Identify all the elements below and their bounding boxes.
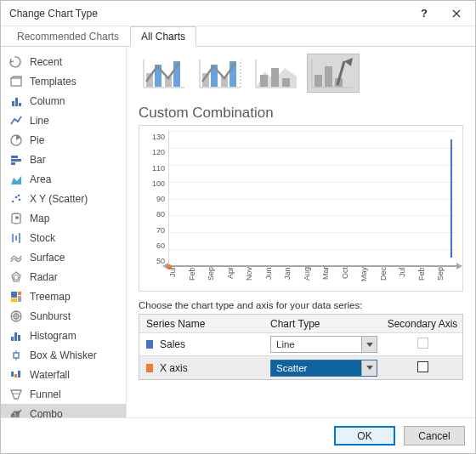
- svg-rect-27: [11, 337, 14, 341]
- cancel-button[interactable]: Cancel: [404, 426, 465, 445]
- subtype-clustered-column-line-secondary[interactable]: [195, 54, 247, 93]
- svg-rect-59: [314, 75, 322, 87]
- chart-type-dropdown[interactable]: Scatter: [270, 360, 377, 377]
- chart-type-cell: Scatter: [265, 360, 382, 377]
- svg-rect-22: [11, 298, 17, 302]
- sidebar-item-label: Line: [30, 115, 49, 127]
- svg-rect-3: [19, 103, 21, 106]
- sidebar-item-sunburst[interactable]: Sunburst: [1, 306, 126, 326]
- svg-marker-36: [11, 390, 21, 399]
- sidebar-item-map[interactable]: Map: [1, 208, 126, 228]
- sidebar-item-radar[interactable]: Radar: [1, 267, 126, 287]
- sidebar-item-label: Map: [30, 213, 49, 224]
- secondary-axis-checkbox[interactable]: [417, 361, 428, 372]
- titlebar: Change Chart Type ?: [1, 1, 475, 26]
- pie-chart-icon: [9, 133, 23, 147]
- content: RecentTemplatesColumnLinePieBarAreaX Y (…: [1, 47, 475, 417]
- xy-chart-icon: [9, 192, 23, 206]
- chart-type-dropdown[interactable]: Line: [270, 336, 377, 353]
- main-panel: Custom Combination 130120110100908070605…: [127, 47, 475, 417]
- subtype-custom-combination[interactable]: [307, 54, 360, 93]
- treemap-chart-icon: [9, 290, 23, 304]
- sidebar-item-label: Surface: [30, 252, 65, 264]
- stock-chart-icon: [9, 231, 23, 245]
- tab-recommended[interactable]: Recommended Charts: [6, 26, 130, 47]
- bar-chart-icon: [9, 153, 23, 167]
- ok-button[interactable]: OK: [334, 426, 395, 445]
- svg-point-9: [12, 200, 14, 202]
- dialog-footer: OK Cancel: [1, 417, 475, 453]
- svg-rect-54: [260, 75, 268, 87]
- histogram-chart-icon: [9, 329, 23, 343]
- series-instruction: Choose the chart type and axis for your …: [139, 300, 463, 310]
- sidebar-item-waterfall[interactable]: Waterfall: [1, 365, 126, 384]
- chart-preview: 1301201101009080706050 JulFebSepAprNovJu…: [139, 125, 463, 292]
- chart-type-cell: Line: [265, 336, 382, 353]
- x-axis: JulFebSepAprNovJunJanAugMarOctMayDecJulF…: [168, 267, 456, 289]
- sidebar-item-surface[interactable]: Surface: [1, 247, 126, 267]
- sidebar-item-label: Treemap: [30, 291, 71, 303]
- help-button[interactable]: ?: [411, 1, 437, 26]
- sidebar-item-combo[interactable]: Combo: [1, 404, 126, 417]
- sidebar-item-label: Combo: [30, 408, 63, 418]
- sidebar-item-histogram[interactable]: Histogram: [1, 326, 126, 345]
- sidebar-item-bar[interactable]: Bar: [1, 150, 126, 169]
- close-button[interactable]: [437, 1, 475, 26]
- chevron-down-icon: [361, 360, 377, 376]
- svg-point-11: [19, 198, 21, 201]
- svg-rect-29: [18, 335, 20, 341]
- area-chart-icon: [9, 173, 23, 186]
- sidebar-item-area[interactable]: Area: [1, 169, 126, 189]
- sidebar-item-recent[interactable]: Recent: [1, 52, 126, 71]
- sidebar-item-line[interactable]: Line: [1, 111, 126, 130]
- surface-chart-icon: [9, 251, 23, 264]
- sidebar-item-pie[interactable]: Pie: [1, 130, 126, 150]
- series-bar: [450, 139, 452, 258]
- tab-all-charts[interactable]: All Charts: [130, 26, 196, 47]
- series-name-cell: Sales: [139, 338, 265, 350]
- svg-rect-34: [14, 374, 17, 377]
- chevron-down-icon: [361, 337, 377, 352]
- col-series-name: Series Name: [139, 318, 265, 330]
- sidebar-item-label: Sunburst: [30, 310, 71, 322]
- plot-area: [168, 131, 456, 267]
- subtype-stacked-area-column[interactable]: [251, 54, 303, 93]
- svg-rect-28: [14, 332, 17, 341]
- funnel-chart-icon: [9, 388, 23, 401]
- sidebar-item-column[interactable]: Column: [1, 91, 126, 111]
- sidebar-item-box[interactable]: Box & Whisker: [1, 345, 126, 365]
- svg-rect-30: [14, 353, 19, 358]
- subtype-title: Custom Combination: [139, 105, 463, 122]
- sidebar-item-label: Templates: [30, 76, 76, 88]
- close-icon: [452, 9, 461, 18]
- sidebar-item-treemap[interactable]: Treemap: [1, 287, 126, 306]
- chart-type-value: Line: [276, 339, 295, 349]
- sidebar-item-label: Pie: [30, 134, 44, 146]
- series-row[interactable]: SalesLine: [139, 333, 462, 356]
- secondary-axis-checkbox[interactable]: [417, 338, 428, 349]
- combo-subtype-row: [139, 54, 463, 96]
- combo-chart-icon: [142, 56, 188, 90]
- svg-rect-2: [15, 98, 18, 106]
- sidebar-item-xy[interactable]: X Y (Scatter): [1, 189, 126, 208]
- map-chart-icon: [9, 212, 23, 225]
- sidebar-item-funnel[interactable]: Funnel: [1, 384, 126, 404]
- sunburst-chart-icon: [9, 309, 23, 323]
- tabstrip: Recommended Charts All Charts: [1, 26, 475, 47]
- templates-chart-icon: [9, 75, 23, 88]
- svg-rect-60: [325, 66, 332, 87]
- sidebar-item-stock[interactable]: Stock: [1, 228, 126, 247]
- sidebar-item-label: Column: [30, 95, 65, 107]
- subtype-clustered-column-line[interactable]: [139, 54, 191, 93]
- sidebar-item-label: Recent: [30, 56, 62, 68]
- svg-rect-1: [12, 101, 14, 106]
- series-swatch-icon: [146, 364, 153, 372]
- svg-rect-35: [18, 371, 20, 377]
- series-name-label: Sales: [160, 338, 185, 350]
- secondary-axis-cell: [382, 338, 462, 351]
- sidebar-item-templates[interactable]: Templates: [1, 71, 126, 91]
- secondary-axis-cell: [382, 361, 462, 375]
- series-row[interactable]: X axisScatter: [139, 356, 462, 379]
- sidebar-item-label: Bar: [30, 154, 46, 166]
- chart-category-list: RecentTemplatesColumnLinePieBarAreaX Y (…: [1, 47, 127, 417]
